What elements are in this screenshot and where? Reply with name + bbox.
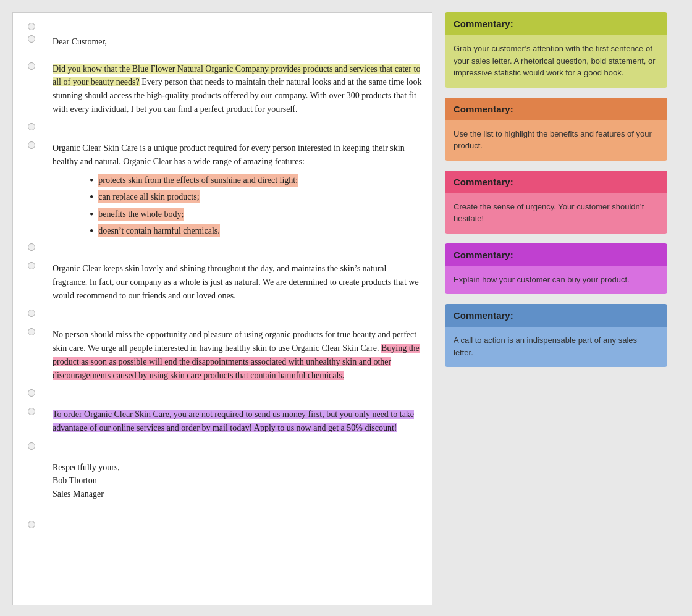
commentary-orange-header: Commentary:: [445, 98, 667, 120]
list-item-3: • benefits the whole body;: [87, 206, 422, 223]
commentary-blue-header: Commentary:: [445, 304, 667, 327]
commentary-purple-body: Explain how your customer can buy your p…: [445, 266, 667, 295]
list-item-2: • can replace all skin products;: [87, 189, 422, 206]
commentary-panel-pink: Commentary: Create the sense of urgency.…: [445, 171, 667, 234]
document-area: Dear Customer, Did you know that the Blu…: [12, 12, 432, 605]
author-name: Bob Thorton: [53, 474, 422, 487]
bullet-3: [28, 62, 35, 70]
bullet-12: [28, 442, 35, 450]
greeting-text: Dear Customer,: [53, 37, 107, 46]
commentary-panel-orange: Commentary: Use the list to highlight th…: [445, 98, 667, 161]
commentary-pink-header: Commentary:: [445, 171, 667, 193]
commentary-pink-body: Create the sense of urgency. Your custom…: [445, 193, 667, 234]
commentary-blue-body: A call to action is an indispensable par…: [445, 327, 667, 367]
paragraph3-text: Organic Clear keeps skin lovely and shin…: [53, 264, 419, 300]
paragraph2-text: Organic Clear Skin Care is a unique prod…: [53, 143, 405, 166]
bullet-5: [28, 141, 35, 149]
author-title: Sales Manager: [53, 487, 422, 501]
bullet-9: [28, 328, 35, 335]
bullet-4: [28, 123, 35, 130]
paragraph4-before: No person should miss the opportunity an…: [53, 330, 416, 353]
bullet-8: [28, 310, 35, 317]
commentary-orange-body: Use the list to highlight the benefits a…: [445, 120, 667, 161]
commentary-purple-header: Commentary:: [445, 243, 667, 266]
commentary-panel-green: Commentary: Grab your customer’s attenti…: [445, 12, 667, 88]
paragraph5-highlight: To order Organic Clear Skin Care, you ar…: [53, 410, 414, 432]
list-item-4: • doesn’t contain harmful chemicals.: [87, 223, 422, 240]
bullet-1: [28, 23, 35, 30]
closing-text: Respectfully yours,: [53, 461, 422, 475]
commentary-panel-purple: Commentary: Explain how your customer ca…: [445, 243, 667, 295]
commentary-green-body: Grab your customer’s attention with the …: [445, 35, 667, 88]
bullet-2: [28, 35, 35, 43]
bullet-13: [28, 521, 35, 528]
bullet-7: [28, 262, 35, 269]
list-item-1: • protects skin from the effects of suns…: [87, 172, 422, 189]
bullet-11: [28, 408, 35, 415]
bullet-6: [28, 243, 35, 251]
commentary-green-header: Commentary:: [445, 12, 667, 35]
bullet-10: [28, 389, 35, 397]
commentary-panel-blue: Commentary: A call to action is an indis…: [445, 304, 667, 367]
commentary-sidebar: Commentary: Grab your customer’s attenti…: [445, 12, 667, 367]
